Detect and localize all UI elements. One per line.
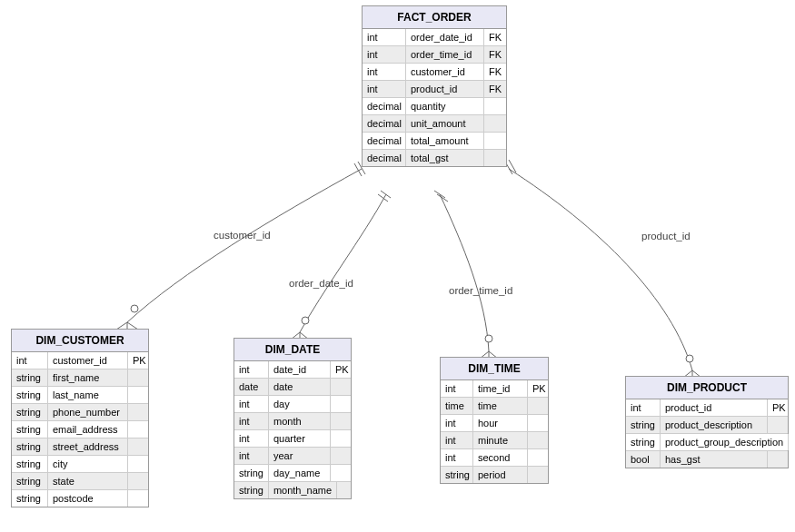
col-key xyxy=(128,473,148,489)
svg-point-8 xyxy=(485,335,492,342)
col-key: FK xyxy=(484,64,506,80)
col-type: decimal xyxy=(363,150,406,166)
relationship-label: order_date_id xyxy=(289,278,353,289)
col-key xyxy=(128,456,148,472)
svg-point-2 xyxy=(131,305,138,312)
col-name: date_id xyxy=(269,361,331,378)
svg-line-3 xyxy=(381,191,391,198)
col-type: int xyxy=(12,352,48,369)
col-key xyxy=(128,404,148,420)
col-name: email_address xyxy=(48,421,128,438)
col-type: date xyxy=(234,379,269,395)
col-key xyxy=(528,415,548,431)
table-row: intcustomer_idPK xyxy=(12,352,148,369)
col-key xyxy=(768,417,788,433)
col-name: day xyxy=(269,396,331,412)
relationship-label: order_time_id xyxy=(449,285,512,296)
relationship-label: product_id xyxy=(641,231,691,241)
table-row: stringperiod xyxy=(441,467,548,483)
table-row: intday xyxy=(234,396,351,413)
col-type: time xyxy=(441,398,473,414)
col-type: string xyxy=(12,421,48,438)
col-type: string xyxy=(12,456,48,472)
col-type: decimal xyxy=(363,115,406,132)
table-row: intsecond xyxy=(441,449,548,467)
col-type: int xyxy=(363,81,406,97)
col-name: hour xyxy=(473,415,528,431)
table-row: stringcity xyxy=(12,456,148,473)
table-row: intquarter xyxy=(234,430,351,448)
col-name: time xyxy=(473,398,528,414)
table-row: inthour xyxy=(441,415,548,432)
entity-dim-customer: DIM_CUSTOMERintcustomer_idPKstringfirst_… xyxy=(11,329,149,507)
col-type: int xyxy=(363,29,406,45)
col-name: product_id xyxy=(661,399,768,416)
entity-rows: intcustomer_idPKstringfirst_namestringla… xyxy=(12,352,148,507)
entity-title: DIM_CUSTOMER xyxy=(12,330,148,352)
table-row: decimaltotal_amount xyxy=(363,133,506,150)
col-name: first_name xyxy=(48,369,128,386)
col-key xyxy=(337,482,351,498)
col-name: total_amount xyxy=(406,133,484,149)
col-key xyxy=(528,449,548,466)
col-key xyxy=(789,434,795,450)
col-type: int xyxy=(441,432,473,448)
col-type: string xyxy=(12,490,48,507)
table-row: boolhas_gst xyxy=(626,451,788,468)
entity-dim-date: DIM_DATEintdate_idPKdatedateintdayintmon… xyxy=(234,338,352,499)
table-row: stringphone_number xyxy=(12,404,148,421)
col-key xyxy=(331,430,351,447)
col-name: customer_id xyxy=(48,352,128,369)
svg-line-7 xyxy=(437,194,448,202)
col-name: order_time_id xyxy=(406,46,484,63)
svg-line-1 xyxy=(354,163,362,176)
table-row: stringpostcode xyxy=(12,490,148,507)
col-name: minute xyxy=(473,432,528,448)
entity-title: DIM_TIME xyxy=(441,358,548,380)
col-key xyxy=(128,438,148,455)
col-name: quantity xyxy=(406,98,484,114)
col-type: int xyxy=(441,415,473,431)
entity-rows: intdate_idPKdatedateintdayintmonthintqua… xyxy=(234,361,351,498)
col-name: quarter xyxy=(269,430,331,447)
table-row: decimalunit_amount xyxy=(363,115,506,133)
col-key xyxy=(331,413,351,429)
col-key: FK xyxy=(484,46,506,63)
col-key xyxy=(484,115,506,132)
table-row: intorder_time_idFK xyxy=(363,46,506,64)
col-name: phone_number xyxy=(48,404,128,420)
col-key xyxy=(484,133,506,149)
col-key xyxy=(484,98,506,114)
col-name: date xyxy=(269,379,331,395)
table-row: stringproduct_group_description xyxy=(626,434,788,451)
col-key: FK xyxy=(484,81,506,97)
col-name: state xyxy=(48,473,128,489)
table-row: stringfirst_name xyxy=(12,369,148,387)
col-type: string xyxy=(234,465,269,481)
col-name: period xyxy=(473,467,528,483)
col-key: PK xyxy=(528,380,548,397)
entity-title: FACT_ORDER xyxy=(363,6,506,29)
col-key xyxy=(331,448,351,464)
col-name: day_name xyxy=(269,465,331,481)
col-key xyxy=(528,432,548,448)
svg-line-6 xyxy=(434,191,445,198)
col-type: int xyxy=(234,361,269,378)
col-key: PK xyxy=(128,352,148,369)
svg-line-10 xyxy=(509,160,516,172)
svg-point-5 xyxy=(302,317,309,324)
col-key xyxy=(128,369,148,386)
table-row: datedate xyxy=(234,379,351,396)
entity-rows: intorder_date_idFKintorder_time_idFKintc… xyxy=(363,29,506,166)
entity-rows: inttime_idPKtimetimeinthourintminuteints… xyxy=(441,380,548,483)
table-row: intmonth xyxy=(234,413,351,430)
entity-title: DIM_DATE xyxy=(234,339,351,361)
col-name: unit_amount xyxy=(406,115,484,132)
col-key xyxy=(331,396,351,412)
table-row: intproduct_idFK xyxy=(363,81,506,98)
col-type: string xyxy=(12,387,48,403)
col-key xyxy=(128,421,148,438)
col-key xyxy=(128,387,148,403)
col-name: customer_id xyxy=(406,64,484,80)
col-key: PK xyxy=(768,399,788,416)
